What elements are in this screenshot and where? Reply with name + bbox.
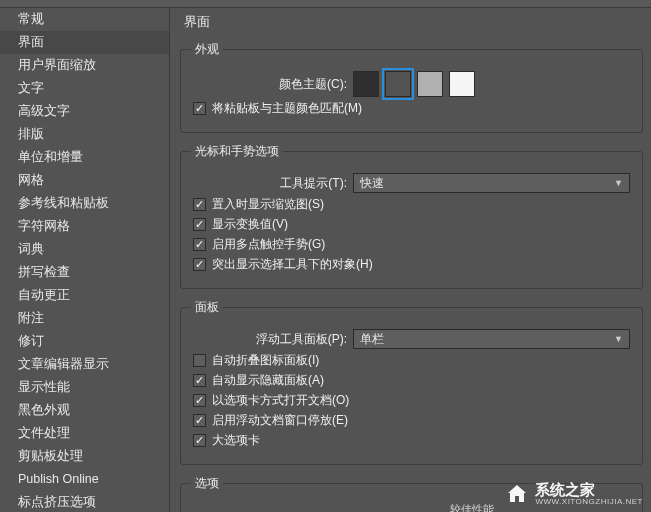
sidebar-item-autocorrect[interactable]: 自动更正 [0,284,169,307]
match-pasteboard-checkbox[interactable]: 将粘贴板与主题颜色匹配(M) [193,100,630,117]
main-panel: 界面 外观 颜色主题(C): 将粘贴板与主题颜色匹配(M) 光标和手势选项 工具… [170,8,651,512]
window-titlebar [0,0,651,8]
checkbox-label: 以选项卡方式打开文档(O) [212,392,349,409]
appearance-group: 外观 颜色主题(C): 将粘贴板与主题颜色匹配(M) [180,41,643,133]
checkbox-label: 突出显示选择工具下的对象(H) [212,256,373,273]
color-theme-swatches [353,71,475,97]
sidebar-item-display-perf[interactable]: 显示性能 [0,376,169,399]
sidebar-item-cjk-grid[interactable]: 字符网格 [0,215,169,238]
sidebar-item-track-changes[interactable]: 修订 [0,330,169,353]
checkbox-icon [193,394,206,407]
sidebar-item-dictionary[interactable]: 词典 [0,238,169,261]
multitouch-checkbox[interactable]: 启用多点触控手势(G) [193,236,630,253]
options-legend: 选项 [191,475,223,492]
checkbox-label: 自动折叠图标面板(I) [212,352,319,369]
floating-tools-select[interactable]: 单栏 ▼ [353,329,630,349]
category-sidebar: 常规 界面 用户界面缩放 文字 高级文字 排版 单位和增量 网格 参考线和粘贴板… [0,8,170,512]
checkbox-label: 启用多点触控手势(G) [212,236,325,253]
floating-docking-checkbox[interactable]: 启用浮动文档窗口停放(E) [193,412,630,429]
checkbox-icon [193,198,206,211]
highlight-object-checkbox[interactable]: 突出显示选择工具下的对象(H) [193,256,630,273]
checkbox-label: 置入时显示缩览图(S) [212,196,324,213]
page-title: 界面 [180,14,643,31]
sidebar-item-grids[interactable]: 网格 [0,169,169,192]
sidebar-item-guides[interactable]: 参考线和粘贴板 [0,192,169,215]
theme-swatch-light[interactable] [449,71,475,97]
sidebar-item-interface[interactable]: 界面 [0,31,169,54]
sidebar-item-composition[interactable]: 排版 [0,123,169,146]
sidebar-item-punctuation-squeeze[interactable]: 标点挤压选项 [0,491,169,512]
sidebar-item-story-editor[interactable]: 文章编辑器显示 [0,353,169,376]
sidebar-item-file-handling[interactable]: 文件处理 [0,422,169,445]
sidebar-item-general[interactable]: 常规 [0,8,169,31]
select-value: 单栏 [360,331,384,348]
appearance-legend: 外观 [191,41,223,58]
checkbox-label: 将粘贴板与主题颜色匹配(M) [212,100,362,117]
cursor-group: 光标和手势选项 工具提示(T): 快速 ▼ 置入时显示缩览图(S) 显示变换值(… [180,143,643,289]
options-group: 选项 手形工具: 较佳性能 无灰条化显示 [180,475,643,512]
panels-legend: 面板 [191,299,223,316]
chevron-down-icon: ▼ [614,334,623,344]
sidebar-item-spelling[interactable]: 拼写检查 [0,261,169,284]
checkbox-icon [193,218,206,231]
sidebar-item-notes[interactable]: 附注 [0,307,169,330]
show-transform-checkbox[interactable]: 显示变换值(V) [193,216,630,233]
auto-show-hidden-checkbox[interactable]: 自动显示隐藏面板(A) [193,372,630,389]
checkbox-icon [193,102,206,115]
color-theme-label: 颜色主题(C): [193,76,353,93]
sidebar-item-advanced-type[interactable]: 高级文字 [0,100,169,123]
tooltips-select[interactable]: 快速 ▼ [353,173,630,193]
sidebar-item-clipboard[interactable]: 剪贴板处理 [0,445,169,468]
sidebar-item-black[interactable]: 黑色外观 [0,399,169,422]
checkbox-icon [193,374,206,387]
cursor-legend: 光标和手势选项 [191,143,283,160]
theme-swatch-darkest[interactable] [353,71,379,97]
checkbox-label: 大选项卡 [212,432,260,449]
checkbox-icon [193,238,206,251]
checkbox-label: 自动显示隐藏面板(A) [212,372,324,389]
sidebar-item-ui-scaling[interactable]: 用户界面缩放 [0,54,169,77]
open-as-tabs-checkbox[interactable]: 以选项卡方式打开文档(O) [193,392,630,409]
sidebar-item-units[interactable]: 单位和增量 [0,146,169,169]
floating-tools-label: 浮动工具面板(P): [193,331,353,348]
checkbox-icon [193,434,206,447]
checkbox-icon [193,258,206,271]
theme-swatch-medium[interactable] [417,71,443,97]
checkbox-icon [193,354,206,367]
auto-collapse-checkbox[interactable]: 自动折叠图标面板(I) [193,352,630,369]
tooltips-label: 工具提示(T): [193,175,353,192]
checkbox-icon [193,414,206,427]
show-thumbnails-checkbox[interactable]: 置入时显示缩览图(S) [193,196,630,213]
sidebar-item-type[interactable]: 文字 [0,77,169,100]
large-tabs-checkbox[interactable]: 大选项卡 [193,432,630,449]
panels-group: 面板 浮动工具面板(P): 单栏 ▼ 自动折叠图标面板(I) 自动显示隐藏面板(… [180,299,643,465]
theme-swatch-dark[interactable] [385,71,411,97]
checkbox-label: 启用浮动文档窗口停放(E) [212,412,348,429]
chevron-down-icon: ▼ [614,178,623,188]
hand-tool-value: 较佳性能 [313,502,630,512]
select-value: 快速 [360,175,384,192]
sidebar-item-publish-online[interactable]: Publish Online [0,468,169,491]
checkbox-label: 显示变换值(V) [212,216,288,233]
